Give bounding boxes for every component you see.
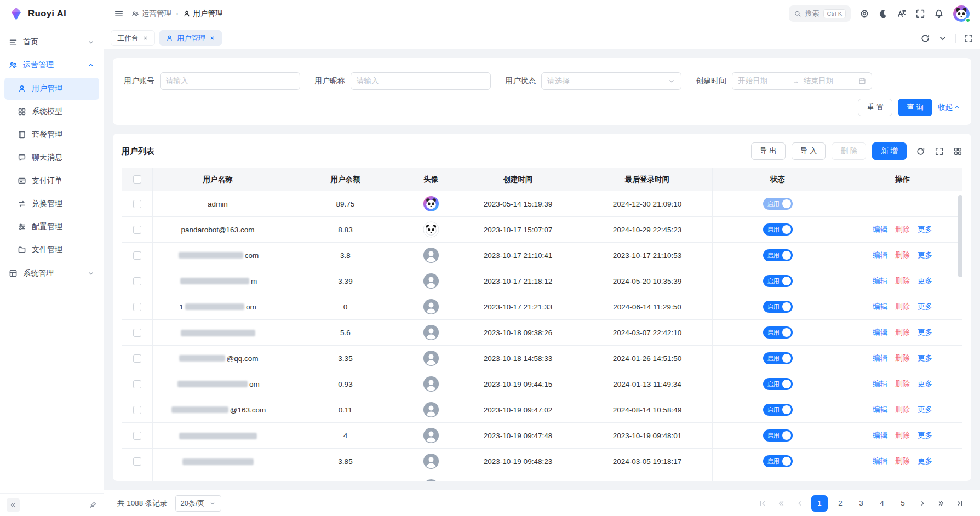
status-toggle[interactable]: 启用 <box>763 275 793 287</box>
chevron-down-icon[interactable] <box>938 33 948 43</box>
more-link[interactable]: 更多 <box>918 251 932 259</box>
edit-link[interactable]: 编辑 <box>873 457 887 465</box>
app-logo[interactable]: Ruoyi AI <box>0 0 104 27</box>
query-button[interactable]: 查 询 <box>898 99 932 116</box>
page-1[interactable]: 1 <box>811 495 828 512</box>
dark-mode-moon-icon[interactable] <box>878 9 888 19</box>
page-2[interactable]: 2 <box>832 495 849 512</box>
sidebar-item-exchange-management[interactable]: 兑换管理 <box>4 193 99 215</box>
created-time-range[interactable]: 开始日期→结束日期 <box>732 72 872 90</box>
delete-link[interactable]: 删除 <box>895 354 910 362</box>
sidebar-item-system-models[interactable]: 系统模型 <box>4 101 99 123</box>
more-link[interactable]: 更多 <box>918 354 932 362</box>
page-3[interactable]: 3 <box>853 495 869 512</box>
delete-link[interactable]: 删除 <box>895 380 910 388</box>
edit-link[interactable]: 编辑 <box>873 380 887 388</box>
status-toggle[interactable]: 启用 <box>763 326 793 339</box>
row-checkbox[interactable] <box>133 406 141 414</box>
status-select[interactable]: 请选择 <box>541 72 681 90</box>
delete-link[interactable]: 删除 <box>895 277 910 285</box>
account-input[interactable]: 请输入 <box>160 72 300 90</box>
more-link[interactable]: 更多 <box>918 380 932 388</box>
status-toggle[interactable]: 启用 <box>763 404 793 416</box>
export-button[interactable]: 导 出 <box>751 142 786 160</box>
sidebar-item-system[interactable]: 系统管理 <box>0 262 104 285</box>
nickname-input[interactable]: 请输入 <box>351 72 491 90</box>
menu-toggle-icon[interactable] <box>114 9 124 19</box>
edit-link[interactable]: 编辑 <box>873 328 887 336</box>
sidebar-item-payment-orders[interactable]: 支付订单 <box>4 170 99 192</box>
page-4[interactable]: 4 <box>874 495 890 512</box>
column-settings-icon[interactable] <box>953 147 962 156</box>
refresh-list-icon[interactable] <box>916 147 925 156</box>
global-search[interactable]: 搜索 Ctrl K <box>789 5 851 22</box>
sidebar-item-chat-messages[interactable]: 聊天消息 <box>4 147 99 169</box>
row-checkbox[interactable] <box>133 457 141 466</box>
row-checkbox[interactable] <box>133 432 141 440</box>
status-toggle[interactable]: 启用 <box>763 429 793 442</box>
delete-link[interactable]: 删除 <box>895 328 910 336</box>
sidebar-item-package-management[interactable]: 套餐管理 <box>4 124 99 146</box>
delete-link[interactable]: 删除 <box>895 405 910 414</box>
table-scrollbar[interactable] <box>958 193 962 481</box>
user-avatar[interactable] <box>953 5 970 22</box>
row-checkbox[interactable] <box>133 329 141 337</box>
delete-link[interactable]: 删除 <box>895 457 910 465</box>
close-icon[interactable] <box>209 35 215 41</box>
next-page-icon[interactable] <box>915 496 930 511</box>
edit-link[interactable]: 编辑 <box>873 251 887 259</box>
fullscreen-icon[interactable] <box>915 9 925 19</box>
collapse-filter-link[interactable]: 收起 <box>938 102 960 112</box>
page-5[interactable]: 5 <box>895 495 911 512</box>
add-button[interactable]: 新 增 <box>872 142 907 160</box>
row-checkbox[interactable] <box>133 251 141 260</box>
next-group-icon[interactable] <box>934 496 948 511</box>
more-link[interactable]: 更多 <box>918 328 932 336</box>
row-checkbox[interactable] <box>133 354 141 363</box>
status-toggle[interactable]: 启用 <box>763 198 793 210</box>
row-checkbox[interactable] <box>133 226 141 234</box>
sidebar-item-user-management[interactable]: 用户管理 <box>4 78 99 100</box>
more-link[interactable]: 更多 <box>918 225 932 233</box>
select-all-checkbox[interactable] <box>133 175 141 184</box>
layout-expand-icon[interactable] <box>964 33 973 43</box>
row-checkbox[interactable] <box>133 380 141 388</box>
more-link[interactable]: 更多 <box>918 431 932 439</box>
more-link[interactable]: 更多 <box>918 457 932 465</box>
delete-link[interactable]: 删除 <box>895 302 910 311</box>
status-toggle[interactable]: 启用 <box>763 249 793 261</box>
more-link[interactable]: 更多 <box>918 277 932 285</box>
import-button[interactable]: 导 入 <box>792 142 826 160</box>
sidebar-item-home[interactable]: 首页 <box>0 31 104 54</box>
pin-icon[interactable] <box>89 501 97 509</box>
status-toggle[interactable]: 启用 <box>763 223 793 236</box>
edit-link[interactable]: 编辑 <box>873 354 887 362</box>
tab-workbench[interactable]: 工作台 <box>111 30 155 46</box>
edit-link[interactable]: 编辑 <box>873 277 887 285</box>
edit-link[interactable]: 编辑 <box>873 302 887 311</box>
expand-table-icon[interactable] <box>935 147 944 156</box>
more-link[interactable]: 更多 <box>918 302 932 311</box>
edit-link[interactable]: 编辑 <box>873 225 887 233</box>
status-toggle[interactable]: 启用 <box>763 301 793 313</box>
refresh-tab-icon[interactable] <box>920 33 930 43</box>
status-toggle[interactable]: 启用 <box>763 378 793 390</box>
delete-link[interactable]: 删除 <box>895 431 910 439</box>
sidebar-item-operations[interactable]: 运营管理 <box>0 54 104 77</box>
row-checkbox[interactable] <box>133 277 141 285</box>
notifications-bell-icon[interactable] <box>934 9 944 19</box>
language-translate-icon[interactable] <box>897 9 907 19</box>
status-toggle[interactable]: 启用 <box>763 455 793 467</box>
close-icon[interactable] <box>142 35 148 41</box>
edit-link[interactable]: 编辑 <box>873 431 887 439</box>
settings-gear-icon[interactable] <box>859 9 869 19</box>
delete-link[interactable]: 删除 <box>895 251 910 259</box>
tab-user-management[interactable]: 用户管理 <box>159 30 222 46</box>
more-link[interactable]: 更多 <box>918 405 932 414</box>
last-page-icon[interactable] <box>953 496 967 511</box>
sidebar-collapse-button[interactable] <box>7 498 20 512</box>
scrollbar-thumb[interactable] <box>958 195 962 277</box>
edit-link[interactable]: 编辑 <box>873 405 887 414</box>
delete-link[interactable]: 删除 <box>895 225 910 233</box>
row-checkbox[interactable] <box>133 303 141 311</box>
